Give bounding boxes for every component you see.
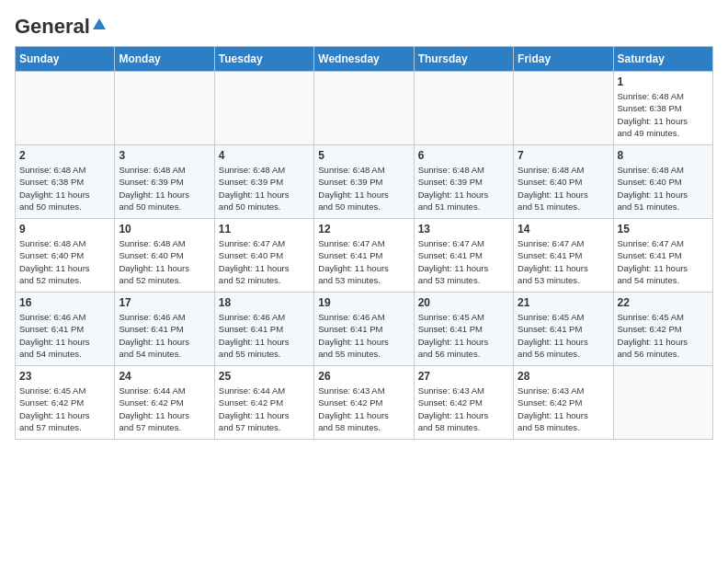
day-info: Sunrise: 6:48 AM Sunset: 6:40 PM Dayligh… bbox=[518, 164, 609, 213]
calendar-cell: 12Sunrise: 6:47 AM Sunset: 6:41 PM Dayli… bbox=[314, 219, 414, 293]
calendar-cell bbox=[414, 72, 513, 145]
day-number: 25 bbox=[219, 370, 310, 383]
day-number: 6 bbox=[418, 149, 509, 162]
calendar-cell: 15Sunrise: 6:47 AM Sunset: 6:41 PM Dayli… bbox=[613, 219, 712, 293]
day-number: 26 bbox=[318, 370, 409, 383]
logo-icon bbox=[91, 17, 108, 33]
calendar-cell: 22Sunrise: 6:45 AM Sunset: 6:42 PM Dayli… bbox=[613, 293, 712, 366]
weekday-header-sunday: Sunday bbox=[16, 47, 115, 72]
calendar-cell: 1Sunrise: 6:48 AM Sunset: 6:38 PM Daylig… bbox=[613, 72, 712, 145]
day-info: Sunrise: 6:43 AM Sunset: 6:42 PM Dayligh… bbox=[418, 385, 509, 433]
day-info: Sunrise: 6:43 AM Sunset: 6:42 PM Dayligh… bbox=[518, 385, 609, 433]
day-info: Sunrise: 6:48 AM Sunset: 6:40 PM Dayligh… bbox=[119, 237, 210, 286]
day-info: Sunrise: 6:48 AM Sunset: 6:40 PM Dayligh… bbox=[618, 164, 709, 213]
day-number: 18 bbox=[219, 296, 310, 309]
day-info: Sunrise: 6:46 AM Sunset: 6:41 PM Dayligh… bbox=[318, 311, 409, 360]
weekday-header-thursday: Thursday bbox=[414, 47, 513, 72]
calendar-cell: 3Sunrise: 6:48 AM Sunset: 6:39 PM Daylig… bbox=[115, 145, 214, 219]
day-number: 8 bbox=[618, 149, 709, 162]
calendar-cell: 5Sunrise: 6:48 AM Sunset: 6:39 PM Daylig… bbox=[314, 145, 414, 219]
day-info: Sunrise: 6:43 AM Sunset: 6:42 PM Dayligh… bbox=[318, 385, 409, 433]
day-number: 27 bbox=[418, 370, 509, 383]
day-number: 12 bbox=[318, 223, 409, 236]
calendar-cell: 6Sunrise: 6:48 AM Sunset: 6:39 PM Daylig… bbox=[414, 145, 513, 219]
calendar-cell: 2Sunrise: 6:48 AM Sunset: 6:38 PM Daylig… bbox=[16, 145, 115, 219]
day-number: 9 bbox=[19, 223, 110, 236]
day-info: Sunrise: 6:44 AM Sunset: 6:42 PM Dayligh… bbox=[219, 385, 310, 433]
day-info: Sunrise: 6:48 AM Sunset: 6:39 PM Dayligh… bbox=[119, 164, 210, 213]
calendar-cell bbox=[214, 72, 313, 145]
day-number: 20 bbox=[418, 296, 509, 309]
day-number: 22 bbox=[618, 296, 709, 309]
calendar-cell: 9Sunrise: 6:48 AM Sunset: 6:40 PM Daylig… bbox=[16, 219, 115, 293]
day-number: 2 bbox=[19, 149, 110, 162]
day-info: Sunrise: 6:46 AM Sunset: 6:41 PM Dayligh… bbox=[219, 311, 310, 360]
weekday-header-monday: Monday bbox=[115, 47, 214, 72]
calendar-cell: 25Sunrise: 6:44 AM Sunset: 6:42 PM Dayli… bbox=[214, 366, 313, 440]
day-number: 5 bbox=[318, 149, 409, 162]
day-number: 24 bbox=[119, 370, 210, 383]
calendar-cell: 13Sunrise: 6:47 AM Sunset: 6:41 PM Dayli… bbox=[414, 219, 513, 293]
weekday-header-friday: Friday bbox=[514, 47, 613, 72]
day-info: Sunrise: 6:48 AM Sunset: 6:39 PM Dayligh… bbox=[219, 164, 310, 213]
calendar-cell: 11Sunrise: 6:47 AM Sunset: 6:40 PM Dayli… bbox=[214, 219, 313, 293]
day-number: 16 bbox=[19, 296, 110, 309]
day-number: 10 bbox=[119, 223, 210, 236]
calendar-cell: 10Sunrise: 6:48 AM Sunset: 6:40 PM Dayli… bbox=[115, 219, 214, 293]
day-number: 23 bbox=[19, 370, 110, 383]
day-info: Sunrise: 6:45 AM Sunset: 6:42 PM Dayligh… bbox=[19, 385, 110, 433]
day-number: 21 bbox=[518, 296, 609, 309]
day-info: Sunrise: 6:45 AM Sunset: 6:42 PM Dayligh… bbox=[618, 311, 709, 360]
day-info: Sunrise: 6:45 AM Sunset: 6:41 PM Dayligh… bbox=[518, 311, 609, 360]
day-number: 1 bbox=[618, 75, 709, 88]
day-info: Sunrise: 6:46 AM Sunset: 6:41 PM Dayligh… bbox=[119, 311, 210, 360]
day-info: Sunrise: 6:47 AM Sunset: 6:40 PM Dayligh… bbox=[219, 237, 310, 286]
day-info: Sunrise: 6:48 AM Sunset: 6:39 PM Dayligh… bbox=[318, 164, 409, 213]
calendar-cell: 19Sunrise: 6:46 AM Sunset: 6:41 PM Dayli… bbox=[314, 293, 414, 366]
day-info: Sunrise: 6:44 AM Sunset: 6:42 PM Dayligh… bbox=[119, 385, 210, 433]
day-info: Sunrise: 6:46 AM Sunset: 6:41 PM Dayligh… bbox=[19, 311, 110, 360]
calendar-cell: 23Sunrise: 6:45 AM Sunset: 6:42 PM Dayli… bbox=[16, 366, 115, 440]
page-header: General bbox=[15, 15, 713, 35]
day-info: Sunrise: 6:47 AM Sunset: 6:41 PM Dayligh… bbox=[518, 237, 609, 286]
calendar-cell: 27Sunrise: 6:43 AM Sunset: 6:42 PM Dayli… bbox=[414, 366, 513, 440]
svg-marker-0 bbox=[93, 18, 106, 29]
day-number: 19 bbox=[318, 296, 409, 309]
day-number: 15 bbox=[618, 223, 709, 236]
weekday-header-wednesday: Wednesday bbox=[314, 47, 414, 72]
day-number: 4 bbox=[219, 149, 310, 162]
day-number: 11 bbox=[219, 223, 310, 236]
calendar-cell: 4Sunrise: 6:48 AM Sunset: 6:39 PM Daylig… bbox=[214, 145, 313, 219]
day-number: 13 bbox=[418, 223, 509, 236]
calendar-table: SundayMondayTuesdayWednesdayThursdayFrid… bbox=[15, 46, 713, 440]
day-number: 3 bbox=[119, 149, 210, 162]
logo: General bbox=[15, 15, 108, 35]
day-info: Sunrise: 6:48 AM Sunset: 6:38 PM Dayligh… bbox=[19, 164, 110, 213]
calendar-cell: 7Sunrise: 6:48 AM Sunset: 6:40 PM Daylig… bbox=[514, 145, 613, 219]
day-info: Sunrise: 6:47 AM Sunset: 6:41 PM Dayligh… bbox=[618, 237, 709, 286]
calendar-cell: 16Sunrise: 6:46 AM Sunset: 6:41 PM Dayli… bbox=[16, 293, 115, 366]
day-info: Sunrise: 6:47 AM Sunset: 6:41 PM Dayligh… bbox=[318, 237, 409, 286]
calendar-cell bbox=[115, 72, 214, 145]
day-info: Sunrise: 6:48 AM Sunset: 6:38 PM Dayligh… bbox=[618, 90, 709, 139]
day-info: Sunrise: 6:48 AM Sunset: 6:40 PM Dayligh… bbox=[19, 237, 110, 286]
weekday-header-tuesday: Tuesday bbox=[214, 47, 313, 72]
calendar-cell: 21Sunrise: 6:45 AM Sunset: 6:41 PM Dayli… bbox=[514, 293, 613, 366]
calendar-cell: 26Sunrise: 6:43 AM Sunset: 6:42 PM Dayli… bbox=[314, 366, 414, 440]
calendar-cell: 14Sunrise: 6:47 AM Sunset: 6:41 PM Dayli… bbox=[514, 219, 613, 293]
day-number: 7 bbox=[518, 149, 609, 162]
weekday-header-saturday: Saturday bbox=[613, 47, 712, 72]
calendar-cell bbox=[314, 72, 414, 145]
day-info: Sunrise: 6:48 AM Sunset: 6:39 PM Dayligh… bbox=[418, 164, 509, 213]
day-number: 17 bbox=[119, 296, 210, 309]
calendar-cell: 17Sunrise: 6:46 AM Sunset: 6:41 PM Dayli… bbox=[115, 293, 214, 366]
day-number: 28 bbox=[518, 370, 609, 383]
calendar-cell bbox=[514, 72, 613, 145]
logo-general: General bbox=[15, 15, 90, 39]
calendar-cell: 28Sunrise: 6:43 AM Sunset: 6:42 PM Dayli… bbox=[514, 366, 613, 440]
calendar-cell: 18Sunrise: 6:46 AM Sunset: 6:41 PM Dayli… bbox=[214, 293, 313, 366]
calendar-cell: 24Sunrise: 6:44 AM Sunset: 6:42 PM Dayli… bbox=[115, 366, 214, 440]
calendar-cell: 20Sunrise: 6:45 AM Sunset: 6:41 PM Dayli… bbox=[414, 293, 513, 366]
calendar-cell: 8Sunrise: 6:48 AM Sunset: 6:40 PM Daylig… bbox=[613, 145, 712, 219]
day-info: Sunrise: 6:47 AM Sunset: 6:41 PM Dayligh… bbox=[418, 237, 509, 286]
